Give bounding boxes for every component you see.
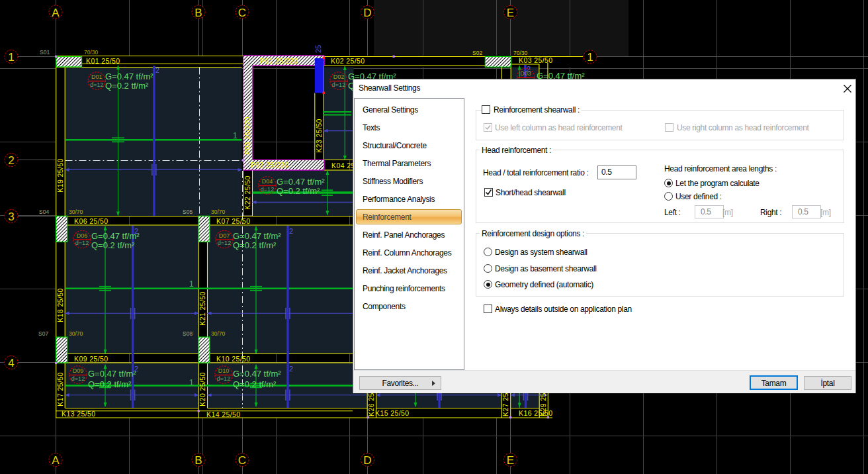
svg-text:2: 2	[134, 227, 138, 235]
svg-text:D06: D06	[77, 232, 88, 239]
svg-text:Q=0.2 tf/m²: Q=0.2 tf/m²	[105, 81, 149, 91]
svg-text:d=12: d=12	[71, 375, 85, 382]
svg-text:K20 25/50: K20 25/50	[198, 372, 206, 406]
svg-text:C: C	[238, 7, 246, 19]
svg-text:A: A	[52, 454, 60, 467]
svg-text:K21 25/50: K21 25/50	[198, 291, 206, 325]
svg-text:B: B	[195, 454, 202, 467]
svg-text:K10 25/50: K10 25/50	[216, 355, 250, 363]
svg-text:K06 25/50: K06 25/50	[74, 217, 108, 225]
svg-text:D10: D10	[218, 367, 230, 374]
svg-text:Q=0.2 tf/m²: Q=0.2 tf/m²	[91, 240, 135, 250]
svg-text:2: 2	[289, 227, 293, 235]
svg-text:30/70: 30/70	[211, 209, 226, 215]
svg-text:K17 25/50: K17 25/50	[56, 372, 64, 406]
svg-text:1: 1	[587, 51, 593, 64]
svg-text:25: 25	[314, 45, 322, 53]
svg-text:D03: D03	[520, 70, 531, 77]
svg-text:K19 25/50: K19 25/50	[56, 158, 64, 192]
svg-text:2: 2	[289, 365, 293, 373]
svg-text:3: 3	[8, 211, 14, 223]
svg-text:K04 25: K04 25	[331, 162, 355, 169]
svg-text:d=12: d=12	[218, 240, 231, 246]
svg-text:P01 25/220: P01 25/220	[260, 57, 298, 65]
svg-text:30/70: 30/70	[69, 330, 83, 337]
svg-text:30/70: 30/70	[69, 209, 83, 215]
svg-text:S07: S07	[38, 330, 48, 337]
svg-text:P02 25/220: P02 25/220	[251, 161, 289, 169]
svg-text:d=12: d=12	[75, 240, 89, 246]
svg-text:D04: D04	[262, 178, 273, 185]
svg-text:K15 25/50: K15 25/50	[375, 409, 409, 417]
svg-text:A: A	[52, 7, 60, 19]
svg-text:G=0.47 tf/m²: G=0.47 tf/m²	[233, 231, 281, 241]
svg-text:D07: D07	[219, 232, 230, 239]
svg-text:D02: D02	[333, 73, 345, 80]
svg-text:B: B	[195, 7, 202, 19]
svg-text:K13 25/50: K13 25/50	[62, 410, 95, 418]
svg-text:S04: S04	[39, 209, 49, 215]
svg-text:G=0.47 tf/m²: G=0.47 tf/m²	[233, 369, 281, 379]
svg-text:D: D	[363, 7, 371, 19]
svg-text:d=12: d=12	[217, 375, 230, 382]
svg-text:D: D	[363, 454, 371, 467]
svg-text:1: 1	[233, 131, 238, 140]
svg-text:4: 4	[8, 357, 14, 369]
svg-text:K22 25/50: K22 25/50	[243, 175, 251, 209]
svg-text:S08: S08	[183, 330, 193, 337]
svg-text:D09: D09	[73, 367, 84, 374]
svg-text:2: 2	[134, 365, 138, 373]
svg-text:K09 25/50: K09 25/50	[74, 355, 108, 363]
svg-text:Q=0.2 tf/m²: Q=0.2 tf/m²	[233, 240, 277, 250]
svg-text:K16 25/50: K16 25/50	[519, 409, 552, 417]
svg-text:G=0.47 tf/m²: G=0.47 tf/m²	[105, 71, 153, 81]
svg-text:K23 25/50: K23 25/50	[315, 118, 323, 152]
svg-text:K01 25/50: K01 25/50	[86, 57, 120, 65]
svg-text:Q=0.2 tf/m²: Q=0.2 tf/m²	[88, 379, 132, 389]
svg-text:2: 2	[8, 154, 14, 167]
svg-text:d=12: d=12	[332, 81, 345, 88]
svg-text:G=0.47 tf/m²: G=0.47 tf/m²	[88, 369, 136, 379]
svg-text:C: C	[238, 454, 246, 467]
svg-text:K03 25/50: K03 25/50	[519, 56, 552, 64]
svg-text:d=12: d=12	[261, 186, 274, 193]
svg-text:E: E	[507, 454, 514, 467]
svg-text:1: 1	[189, 279, 194, 289]
svg-text:2: 2	[155, 66, 159, 74]
svg-text:G=0.47 tf/m²: G=0.47 tf/m²	[277, 177, 325, 187]
svg-text:S01: S01	[40, 49, 50, 56]
svg-text:S02: S02	[472, 50, 482, 56]
svg-text:70/30: 70/30	[84, 49, 99, 56]
svg-text:K02 25/50: K02 25/50	[331, 57, 365, 65]
svg-text:Q=0.2 tf/m²: Q=0.2 tf/m²	[233, 379, 277, 389]
svg-text:E: E	[507, 7, 514, 19]
svg-text:D01: D01	[91, 73, 103, 80]
svg-text:G=0.47 tf/m²: G=0.47 tf/m²	[91, 231, 140, 241]
svg-text:1: 1	[189, 378, 194, 387]
svg-text:30/70: 30/70	[211, 330, 226, 337]
svg-text:70/30: 70/30	[513, 50, 528, 56]
svg-text:P03 25/220: P03 25/220	[243, 117, 251, 155]
svg-text:d=12: d=12	[90, 81, 103, 88]
svg-text:S05: S05	[183, 209, 193, 215]
svg-text:Q=0.2 tf/m²: Q=0.2 tf/m²	[277, 186, 320, 196]
svg-text:K18 25/50: K18 25/50	[56, 288, 64, 322]
svg-text:1: 1	[8, 51, 14, 64]
svg-text:K07 25/50: K07 25/50	[216, 217, 250, 225]
svg-text:K14 25/50: K14 25/50	[206, 410, 240, 418]
